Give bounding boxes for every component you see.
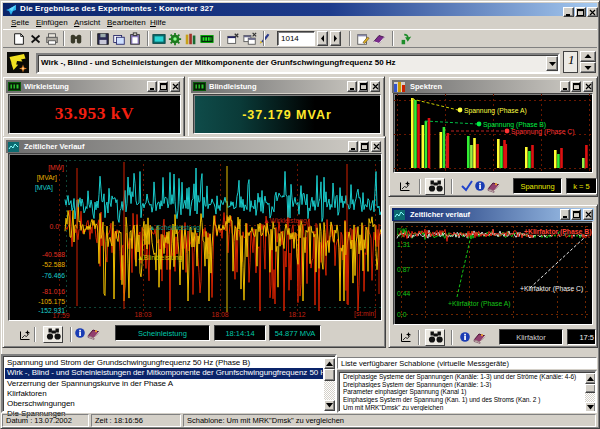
svg-text:Spannung (Phase A): Spannung (Phase A) [464,107,527,115]
svg-text:+Klirfaktor (Phase C): +Klirfaktor (Phase C) [520,285,583,293]
svg-text:0.0: 0.0 [50,223,60,230]
svg-text:[%]: [%] [397,227,407,235]
svg-text:18:08: 18:08 [211,311,228,318]
svg-text:0.44: 0.44 [397,290,410,297]
svg-text:18:12: 18:12 [288,311,305,318]
svg-text:0.0: 0.0 [397,311,407,318]
svg-text:-105.175: -105.175 [38,298,65,305]
svg-text:-81.016: -81.016 [42,288,65,295]
svg-text:17:59: 17:59 [52,312,69,319]
svg-text:▲Wirkleistung: ▲Wirkleistung [263,217,307,225]
svg-text:+Klirfaktor (Phase A): +Klirfaktor (Phase A) [448,300,511,308]
svg-text:▲Blindleistung: ▲Blindleistung [137,254,182,262]
svg-text:+Klirfaktor (Phase B): +Klirfaktor (Phase B) [524,228,591,236]
svg-text:-40.588: -40.588 [42,251,65,258]
svg-text:Spannung (Phase C): Spannung (Phase C) [511,128,574,136]
svg-text:▲Scheinleistung: ▲Scheinleistung [149,224,200,232]
svg-text:0.87: 0.87 [397,266,410,273]
svg-text:-76.466: -76.466 [42,272,65,279]
svg-text:1.31: 1.31 [397,241,410,248]
svg-text:[MW]: [MW] [48,164,64,172]
svg-text:[MVAr]: [MVAr] [37,174,57,182]
svg-text:18:03: 18:03 [134,311,151,318]
svg-text:[st:min]: [st:min] [354,310,376,318]
svg-text:[MVA]: [MVA] [35,184,53,192]
svg-text:-52.588: -52.588 [42,261,65,268]
